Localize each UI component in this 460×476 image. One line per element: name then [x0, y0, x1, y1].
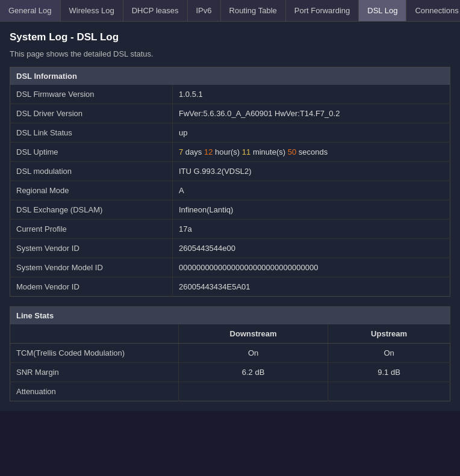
tab-dsl-log[interactable]: DSL Log [359, 0, 406, 21]
line-stats-col-label [10, 324, 179, 344]
dsl-info-row: DSL Link Statusup [10, 123, 450, 143]
dsl-info-row: Modem Vendor ID26005443434E5A01 [10, 277, 450, 297]
line-stats-section-header: Line Stats [10, 307, 450, 325]
dsl-info-row-label: DSL Exchange (DSLAM) [10, 200, 173, 220]
dsl-info-row-value: Infineon(Lantiq) [173, 200, 450, 220]
content-area: System Log - DSL Log This page shows the… [0, 22, 460, 411]
dsl-info-row: DSL Uptime7 days 12 hour(s) 11 minute(s)… [10, 143, 450, 162]
line-stats-row: TCM(Trellis Coded Modulation)OnOn [10, 344, 450, 363]
page-title: System Log - DSL Log [10, 31, 450, 43]
line-stats-row: SNR Margin6.2 dB9.1 dB [10, 363, 450, 382]
tab-dhcp-leases[interactable]: DHCP leases [123, 0, 188, 21]
tab-routing-table[interactable]: Routing Table [221, 0, 286, 21]
line-stats-downstream: On [179, 344, 328, 363]
line-stats-downstream [179, 382, 328, 401]
page-description: This page shows the detailed DSL status. [10, 49, 450, 58]
line-stats-col-downstream: Downstream [179, 324, 328, 344]
uptime-mins: 11 [242, 147, 250, 156]
dsl-info-row-label: DSL modulation [10, 162, 173, 181]
dsl-info-row-value: 17a [173, 220, 450, 239]
dsl-info-row-value: A [173, 181, 450, 200]
line-stats-label: Attenuation [10, 382, 179, 401]
dsl-info-row-value: up [173, 123, 450, 143]
dsl-info-row: DSL modulationITU G.993.2(VDSL2) [10, 162, 450, 181]
dsl-info-row-value: 26005443434E5A01 [173, 277, 450, 297]
line-stats-label: TCM(Trellis Coded Modulation) [10, 344, 179, 363]
line-stats-header-row: Downstream Upstream [10, 324, 450, 344]
uptime-mins-label: minute(s) [250, 147, 287, 156]
line-stats-label: SNR Margin [10, 363, 179, 382]
dsl-info-row: System Vendor Model ID000000000000000000… [10, 258, 450, 277]
uptime-hours-label: hour(s) [213, 147, 241, 156]
line-stats-upstream: On [328, 344, 450, 363]
dsl-info-row-label: System Vendor Model ID [10, 258, 173, 277]
dsl-info-row: DSL Exchange (DSLAM)Infineon(Lantiq) [10, 200, 450, 220]
dsl-info-table: DSL Information DSL Firmware Version1.0.… [10, 67, 450, 297]
line-stats-downstream: 6.2 dB [179, 363, 328, 382]
dsl-info-row-value: ITU G.993.2(VDSL2) [173, 162, 450, 181]
uptime-hours: 12 [204, 147, 213, 156]
line-stats-row: Attenuation [10, 382, 450, 401]
dsl-info-row-value: FwVer:5.6.36.0_A_A60901 HwVer:T14.F7_0.2 [173, 104, 450, 123]
dsl-info-row-label: System Vendor ID [10, 239, 173, 258]
dsl-info-row: System Vendor ID2605443544e00 [10, 239, 450, 258]
dsl-info-row-label: Current Profile [10, 220, 173, 239]
uptime-secs-label: seconds [296, 147, 328, 156]
uptime-secs: 50 [288, 147, 296, 156]
tab-ipv6[interactable]: IPv6 [188, 0, 221, 21]
dsl-info-row-label: Modem Vendor ID [10, 277, 173, 297]
uptime-days-label: days [183, 147, 204, 156]
dsl-info-row: Regional ModeA [10, 181, 450, 200]
tab-bar: General LogWireless LogDHCP leasesIPv6Ro… [0, 0, 460, 22]
tab-connections[interactable]: Connections [406, 0, 460, 21]
tab-wireless-log[interactable]: Wireless Log [61, 0, 123, 21]
line-stats-col-upstream: Upstream [328, 324, 450, 344]
dsl-info-row-label: DSL Driver Version [10, 104, 173, 123]
dsl-info-row-label: DSL Link Status [10, 123, 173, 143]
tab-port-forwarding[interactable]: Port Forwarding [286, 0, 359, 21]
dsl-info-row-label: Regional Mode [10, 181, 173, 200]
line-stats-upstream: 9.1 dB [328, 363, 450, 382]
dsl-info-row-label: DSL Firmware Version [10, 85, 173, 104]
dsl-info-row-value: 00000000000000000000000000000000 [173, 258, 450, 277]
dsl-info-row: DSL Driver VersionFwVer:5.6.36.0_A_A6090… [10, 104, 450, 123]
line-stats-upstream [328, 382, 450, 401]
dsl-info-row: Current Profile17a [10, 220, 450, 239]
dsl-info-row: DSL Firmware Version1.0.5.1 [10, 85, 450, 104]
line-stats-table: Line Stats Downstream Upstream TCM(Trell… [10, 306, 450, 401]
dsl-info-row-label: DSL Uptime [10, 143, 173, 162]
dsl-info-row-value: 2605443544e00 [173, 239, 450, 258]
dsl-info-row-value: 7 days 12 hour(s) 11 minute(s) 50 second… [173, 143, 450, 162]
dsl-info-section-header: DSL Information [10, 67, 450, 85]
dsl-info-row-value: 1.0.5.1 [173, 85, 450, 104]
tab-general-log[interactable]: General Log [0, 0, 61, 21]
